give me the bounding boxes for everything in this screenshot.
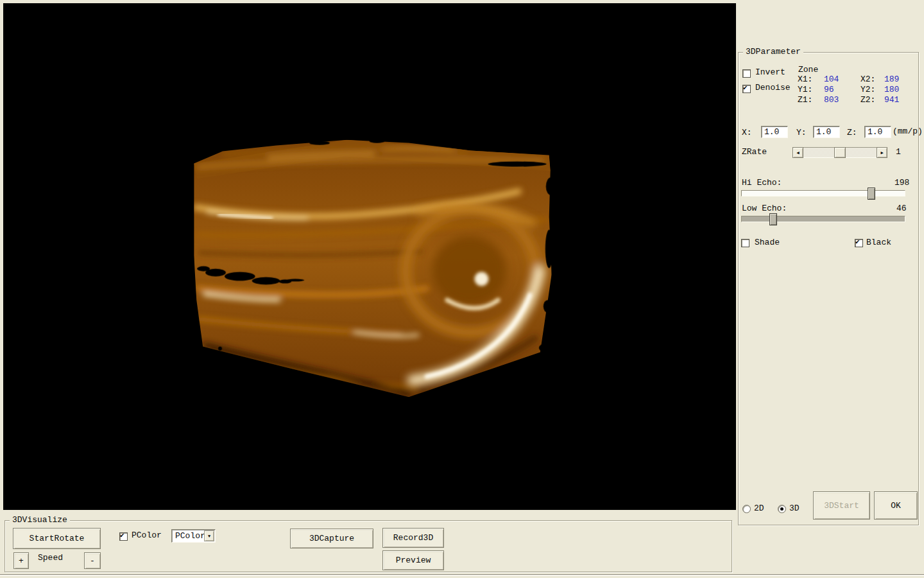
x-scale-label: X: — [742, 128, 752, 137]
radio-3d[interactable] — [778, 505, 786, 513]
radio-3d-label: 3D — [789, 504, 800, 513]
scale-unit-label: (mm/p) — [893, 127, 923, 136]
checkmark-icon: ✔ — [120, 532, 127, 539]
zrate-scrollbar[interactable]: ◀ ▶ — [792, 147, 887, 158]
chevron-down-icon: ▼ — [208, 534, 210, 539]
invert-checkbox[interactable]: ✔ — [742, 69, 751, 78]
zone-field-value: 803 — [824, 96, 839, 105]
black-checkbox[interactable]: ✔ — [855, 239, 863, 247]
denoise-label: Denoise — [755, 83, 791, 92]
checkmark-icon: ✔ — [743, 85, 750, 92]
speed-plus-button[interactable]: + — [13, 552, 29, 569]
zone-field-value: 96 — [824, 85, 834, 94]
speed-label: Speed — [38, 554, 63, 563]
parameter-groupbox: 3DParameter — [738, 52, 919, 525]
z-scale-input[interactable] — [864, 126, 891, 138]
zone-field-value: 180 — [884, 85, 899, 94]
zone-field-label: Y1: — [798, 85, 812, 94]
pcolor-combobox[interactable]: PColor ▼ — [171, 529, 216, 543]
parameter-groupbox-title: 3DParameter — [743, 48, 803, 57]
radio-2d-label: 2D — [754, 504, 764, 513]
window-bottom-edge — [0, 574, 924, 576]
zone-field-label: Z1: — [798, 96, 812, 105]
zone-field-label: X2: — [860, 75, 875, 84]
zone-field-value: 104 — [824, 75, 839, 84]
arrow-right-icon: ▶ — [880, 150, 883, 155]
capture3d-button[interactable]: 3DCapture — [290, 529, 373, 548]
arrow-left-icon: ◀ — [796, 150, 799, 155]
zone-field-value: 189 — [884, 75, 899, 84]
render-viewport[interactable] — [3, 3, 736, 510]
low-echo-slider[interactable] — [741, 216, 905, 222]
black-label: Black — [866, 238, 891, 247]
shade-label: Shade — [755, 238, 780, 247]
denoise-checkbox[interactable]: ✔ — [742, 85, 751, 93]
ok-button[interactable]: OK — [874, 491, 918, 520]
zrate-value: 1 — [896, 148, 901, 157]
zone-field-value: 941 — [884, 96, 899, 105]
preview-button[interactable]: Preview — [382, 550, 444, 570]
hi-echo-value: 198 — [894, 179, 909, 188]
hi-echo-thumb[interactable] — [868, 188, 875, 200]
record3d-button[interactable]: Record3D — [382, 528, 444, 548]
zone-label: Zone — [798, 66, 818, 74]
radio-2d[interactable] — [742, 505, 751, 513]
shade-checkbox[interactable]: ✔ — [741, 239, 749, 247]
start3d-button[interactable]: 3DStart — [813, 491, 870, 520]
pcolor-combobox-value: PColor — [175, 531, 205, 541]
y-scale-label: Y: — [796, 128, 807, 137]
volume-render — [3, 3, 736, 510]
z-scale-label: Z: — [847, 128, 857, 137]
scroll-thumb[interactable] — [834, 147, 846, 158]
start-rotate-button[interactable]: StartRotate — [13, 528, 101, 549]
zone-field-label: Y2: — [860, 85, 875, 94]
checkmark-icon: ✔ — [855, 239, 862, 246]
hi-echo-label: Hi Echo: — [742, 179, 782, 188]
visualize-groupbox-title: 3DVisualize — [10, 516, 70, 525]
low-echo-thumb[interactable] — [769, 213, 777, 225]
low-echo-label: Low Echo: — [742, 204, 787, 213]
zrate-label: ZRate — [742, 148, 767, 157]
pcolor-checkbox[interactable]: ✔ — [119, 532, 128, 541]
low-echo-value: 46 — [896, 204, 907, 213]
hi-echo-slider[interactable] — [741, 190, 905, 197]
zone-field-label: X1: — [798, 75, 812, 84]
scroll-left-button[interactable]: ◀ — [792, 147, 803, 158]
y-scale-input[interactable] — [813, 126, 840, 138]
speed-minus-button[interactable]: - — [84, 552, 101, 569]
zone-field-label: Z2: — [860, 96, 875, 105]
pcolor-label: PColor — [132, 531, 162, 540]
x-scale-input[interactable] — [761, 126, 788, 138]
combo-arrow-button[interactable]: ▼ — [204, 530, 214, 541]
scroll-right-button[interactable]: ▶ — [877, 147, 887, 158]
invert-label: Invert — [755, 68, 785, 77]
